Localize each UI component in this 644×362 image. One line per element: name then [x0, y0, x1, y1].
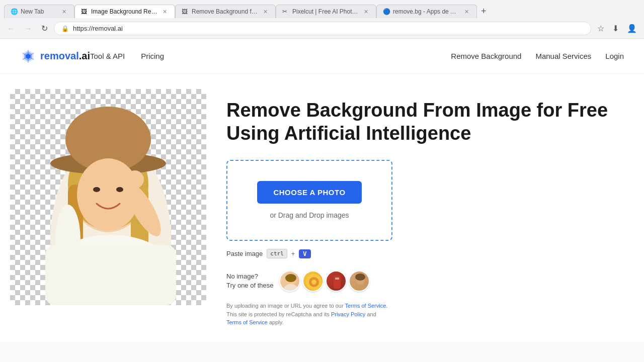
- url-text: https://removal.ai: [73, 25, 123, 32]
- nav-pricing[interactable]: Pricing: [141, 52, 164, 60]
- address-bar: ← → ↻ 🔒 https://removal.ai ☆ ⬇ 👤: [0, 19, 644, 38]
- browser-tab-3[interactable]: 🖼 Remove Background from Im... ✕: [175, 5, 276, 18]
- nav-login[interactable]: Login: [605, 52, 624, 60]
- download-button[interactable]: ⬇: [609, 22, 622, 35]
- hero-section: Remove Background From Image for Free Us…: [0, 74, 644, 342]
- svg-point-14: [93, 187, 100, 192]
- browser-actions: ☆ ⬇ 👤: [594, 22, 640, 35]
- refresh-button[interactable]: ↻: [38, 22, 51, 35]
- nav-remove-background[interactable]: Remove Background: [451, 52, 521, 60]
- no-image-label: No image? Try one of these: [226, 272, 273, 290]
- bottom-section: More Than Just A Background Remover: [0, 342, 644, 362]
- svg-point-15: [116, 187, 123, 192]
- svg-point-31: [355, 274, 365, 281]
- lock-icon: 🔒: [61, 25, 69, 32]
- tab-close-5[interactable]: ✕: [463, 9, 470, 15]
- svg-point-26: [311, 280, 316, 285]
- privacy-policy-link[interactable]: Privacy Policy: [331, 311, 365, 317]
- url-bar[interactable]: 🔒 https://removal.ai: [54, 22, 591, 35]
- tab-close-1[interactable]: ✕: [60, 9, 68, 15]
- tab-close-3[interactable]: ✕: [262, 9, 269, 15]
- back-icon: ←: [7, 24, 15, 33]
- star-icon: ☆: [597, 24, 604, 33]
- v-key: V: [299, 249, 310, 258]
- sample-thumb-3[interactable]: [326, 270, 347, 292]
- svg-point-30: [354, 284, 366, 292]
- hero-title: Remove Background From Image for Free Us…: [226, 99, 624, 145]
- profile-button[interactable]: 👤: [624, 22, 640, 35]
- browser-tab-4[interactable]: ✂ Pixelcut | Free AI Photo Editor ✕: [276, 5, 376, 18]
- nav-tool-api[interactable]: Tool & API: [90, 52, 125, 60]
- hero-content: Remove Background From Image for Free Us…: [226, 89, 624, 327]
- tab-title-5: remove.bg - Apps de Android...: [393, 8, 460, 15]
- download-icon: ⬇: [612, 24, 619, 33]
- sample-thumbs: [279, 270, 370, 292]
- tab-title-3: Remove Background from Im...: [192, 8, 259, 15]
- woman-figure-svg: [10, 89, 206, 305]
- tab-favicon-5: 🔵: [383, 8, 390, 15]
- tab-favicon-2: 🖼: [81, 8, 88, 15]
- new-tab-button[interactable]: +: [477, 4, 491, 19]
- svg-rect-28: [335, 278, 339, 280]
- tab-close-4[interactable]: ✕: [362, 9, 370, 15]
- profile-icon: 👤: [627, 24, 637, 33]
- hero-image: [10, 89, 206, 305]
- bookmark-button[interactable]: ☆: [594, 22, 607, 35]
- tab-title-1: New Tab: [21, 8, 57, 15]
- choose-photo-button[interactable]: CHOOSE A PHOTO: [257, 181, 361, 204]
- svg-point-20: [55, 205, 80, 275]
- sample-thumb-2[interactable]: [302, 270, 324, 292]
- forward-button[interactable]: →: [21, 22, 35, 35]
- nav-manual-services[interactable]: Manual Services: [535, 52, 591, 60]
- paste-image-label: Paste image: [226, 250, 263, 257]
- navbar: removal.ai Tool & API Pricing Remove Bac…: [0, 39, 644, 74]
- nav-links-right: Remove Background Manual Services Login: [451, 52, 624, 60]
- hero-image-container: [10, 89, 206, 305]
- terms-of-service-link-1[interactable]: Terms of Service: [345, 303, 386, 309]
- nav-links-left: Tool & API Pricing: [90, 52, 164, 60]
- ctrl-key: ctrl: [267, 249, 287, 258]
- browser-tab-2[interactable]: 🖼 Image Background Remover | ✕: [74, 5, 175, 18]
- sample-thumb-4[interactable]: [349, 270, 370, 292]
- tab-close-2[interactable]: ✕: [161, 9, 169, 15]
- tab-title-2: Image Background Remover |: [91, 8, 158, 15]
- sample-thumb-1[interactable]: [279, 270, 300, 292]
- tab-title-4: Pixelcut | Free AI Photo Editor: [292, 8, 359, 15]
- svg-point-23: [285, 274, 296, 282]
- tab-favicon-3: 🖼: [182, 8, 189, 15]
- plus-sign: +: [291, 250, 295, 257]
- tab-bar: 🌐 New Tab ✕ 🖼 Image Background Remover |…: [0, 0, 644, 19]
- svg-point-22: [284, 284, 298, 292]
- refresh-icon: ↻: [41, 24, 48, 33]
- drop-zone[interactable]: CHOOSE A PHOTO or Drag and Drop images: [226, 160, 392, 241]
- browser-tab-1[interactable]: 🌐 New Tab ✕: [4, 5, 74, 18]
- paste-image-row: Paste image ctrl + V: [226, 249, 624, 258]
- logo-text: removal.ai: [40, 50, 90, 62]
- terms-of-service-link-2[interactable]: Terms of Service: [226, 319, 268, 325]
- legal-text: By uploading an image or URL you agree t…: [226, 302, 392, 327]
- website-content: removal.ai Tool & API Pricing Remove Bac…: [0, 39, 644, 362]
- svg-rect-27: [334, 276, 341, 289]
- drag-drop-text: or Drag and Drop images: [270, 211, 349, 219]
- browser-chrome: 🌐 New Tab ✕ 🖼 Image Background Remover |…: [0, 0, 644, 39]
- forward-icon: →: [24, 24, 32, 33]
- logo-icon: [20, 48, 36, 64]
- svg-point-19: [126, 170, 144, 189]
- tab-favicon-4: ✂: [282, 8, 289, 15]
- sample-images-row: No image? Try one of these: [226, 270, 624, 292]
- back-button[interactable]: ←: [4, 22, 18, 35]
- logo-link[interactable]: removal.ai: [20, 48, 90, 64]
- tab-favicon-1: 🌐: [11, 8, 18, 15]
- browser-tab-5[interactable]: 🔵 remove.bg - Apps de Android... ✕: [376, 5, 477, 18]
